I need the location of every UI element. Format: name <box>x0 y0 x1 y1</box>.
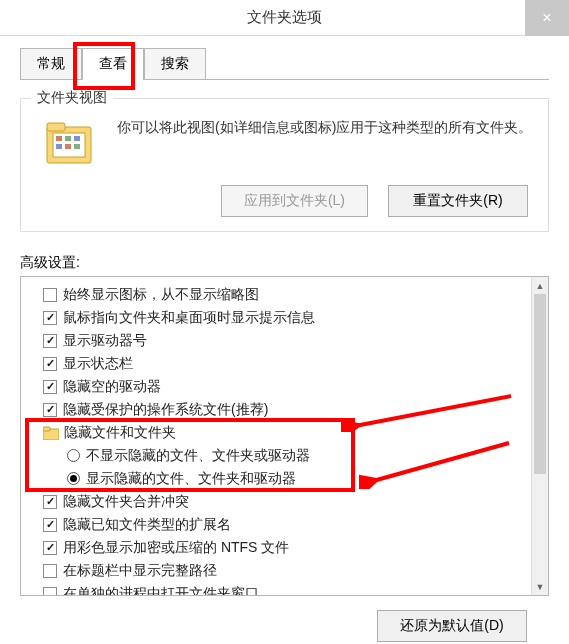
checkbox[interactable] <box>43 495 57 509</box>
footer-row: 还原为默认值(D) <box>20 596 549 642</box>
tree-row[interactable]: 显示驱动器号 <box>29 329 544 352</box>
tree-row[interactable]: 始终显示图标，从不显示缩略图 <box>29 283 544 306</box>
tree-item-label: 在单独的进程中打开文件夹窗口 <box>63 585 259 597</box>
tree-item-label: 显示隐藏的文件、文件夹和驱动器 <box>86 470 296 488</box>
tree-item-label: 隐藏受保护的操作系统文件(推荐) <box>63 401 268 419</box>
checkbox[interactable] <box>43 587 57 597</box>
checkbox[interactable] <box>43 403 57 417</box>
radio[interactable] <box>67 449 80 462</box>
tree-item-label: 不显示隐藏的文件、文件夹或驱动器 <box>86 447 310 465</box>
checkbox[interactable] <box>43 541 57 555</box>
apply-to-folders-button: 应用到文件夹(L) <box>221 185 368 217</box>
tree-row[interactable]: 隐藏已知文件类型的扩展名 <box>29 513 544 536</box>
svg-rect-7 <box>65 144 71 149</box>
reset-folders-button[interactable]: 重置文件夹(R) <box>388 185 528 217</box>
tree-item-label: 始终显示图标，从不显示缩略图 <box>63 286 259 304</box>
tree-row[interactable]: 不显示隐藏的文件、文件夹或驱动器 <box>29 444 544 467</box>
tree-row[interactable]: 显示状态栏 <box>29 352 544 375</box>
tree-item-label: 显示状态栏 <box>63 355 133 373</box>
scroll-up-button[interactable]: ▲ <box>532 277 548 294</box>
folder-icon <box>43 117 99 169</box>
tree-row[interactable]: 鼠标指向文件夹和桌面项时显示提示信息 <box>29 306 544 329</box>
checkbox[interactable] <box>43 380 57 394</box>
tree-row[interactable]: 在单独的进程中打开文件夹窗口 <box>29 582 544 596</box>
checkbox[interactable] <box>43 564 57 578</box>
tree-item-label: 隐藏文件和文件夹 <box>64 424 176 442</box>
tab-general[interactable]: 常规 <box>20 48 82 79</box>
tree-row[interactable]: 隐藏空的驱动器 <box>29 375 544 398</box>
tree-item-label: 用彩色显示加密或压缩的 NTFS 文件 <box>63 539 289 557</box>
scrollbar[interactable]: ▲ ▼ <box>531 277 548 595</box>
folder-view-group: 文件夹视图 你可以将此视图(如详细信息或图标)应用于这种类型的所有文件夹。 应用… <box>20 98 549 232</box>
tab-search[interactable]: 搜索 <box>144 48 206 79</box>
radio[interactable] <box>67 472 80 485</box>
checkbox[interactable] <box>43 518 57 532</box>
tab-strip: 常规 查看 搜索 <box>20 48 549 80</box>
checkbox[interactable] <box>43 357 57 371</box>
checkbox[interactable] <box>43 334 57 348</box>
svg-rect-1 <box>47 123 65 131</box>
svg-rect-5 <box>74 136 80 141</box>
checkbox[interactable] <box>43 288 57 302</box>
tree-container: 始终显示图标，从不显示缩略图鼠标指向文件夹和桌面项时显示提示信息显示驱动器号显示… <box>29 283 544 596</box>
tree-row[interactable]: 用彩色显示加密或压缩的 NTFS 文件 <box>29 536 544 559</box>
titlebar: 文件夹选项 × <box>0 0 569 36</box>
window-title: 文件夹选项 <box>247 8 322 27</box>
advanced-settings-label: 高级设置: <box>20 254 549 272</box>
restore-defaults-button[interactable]: 还原为默认值(D) <box>377 610 527 642</box>
tree-item-label: 鼠标指向文件夹和桌面项时显示提示信息 <box>63 309 315 327</box>
svg-rect-3 <box>56 136 62 141</box>
checkbox[interactable] <box>43 311 57 325</box>
svg-rect-10 <box>43 427 50 431</box>
tree-item-label: 隐藏文件夹合并冲突 <box>63 493 189 511</box>
folder-view-legend: 文件夹视图 <box>31 89 113 107</box>
scroll-down-button[interactable]: ▼ <box>532 578 548 595</box>
scroll-thumb[interactable] <box>534 294 546 474</box>
dialog-content: 常规 查看 搜索 文件夹视图 你可以将此视图(如详细信息或图标)应用于这种类型的… <box>0 36 569 644</box>
tree-row[interactable]: 在标题栏中显示完整路径 <box>29 559 544 582</box>
tab-view[interactable]: 查看 <box>82 48 144 79</box>
tree-row[interactable]: 隐藏受保护的操作系统文件(推荐) <box>29 398 544 421</box>
tree-row[interactable]: 显示隐藏的文件、文件夹和驱动器 <box>29 467 544 490</box>
tree-row[interactable]: 隐藏文件夹合并冲突 <box>29 490 544 513</box>
tree-item-label: 隐藏空的驱动器 <box>63 378 161 396</box>
folder-mini-icon <box>43 426 59 440</box>
close-icon: × <box>542 9 551 27</box>
advanced-settings-list[interactable]: 始终显示图标，从不显示缩略图鼠标指向文件夹和桌面项时显示提示信息显示驱动器号显示… <box>20 276 549 596</box>
svg-rect-6 <box>56 144 62 149</box>
svg-rect-8 <box>74 144 80 149</box>
tree-item-label: 显示驱动器号 <box>63 332 147 350</box>
tree-item-label: 在标题栏中显示完整路径 <box>63 562 217 580</box>
folder-view-desc: 你可以将此视图(如详细信息或图标)应用于这种类型的所有文件夹。 <box>117 117 534 138</box>
svg-rect-4 <box>65 136 71 141</box>
close-button[interactable]: × <box>525 0 569 36</box>
tree-item-label: 隐藏已知文件类型的扩展名 <box>63 516 231 534</box>
tree-row[interactable]: 隐藏文件和文件夹 <box>29 421 544 444</box>
